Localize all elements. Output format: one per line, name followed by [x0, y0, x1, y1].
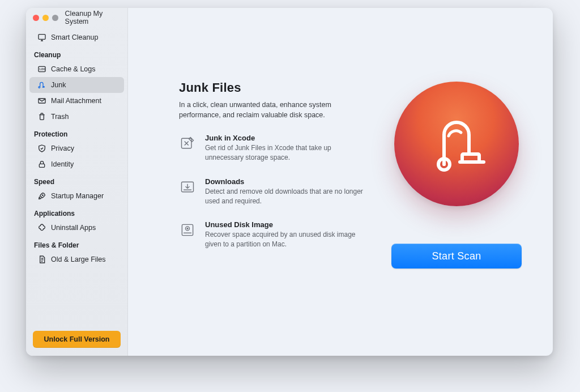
feature-desc: Detect and remove old downloads that are…	[205, 187, 369, 206]
app-icon	[37, 223, 46, 232]
svg-point-5	[42, 195, 43, 195]
sidebar-item-startup-manager[interactable]: Startup Manager	[29, 188, 124, 204]
download-icon	[179, 178, 196, 195]
sidebar-item-label: Privacy	[51, 144, 74, 152]
titlebar: Cleanup My System	[26, 8, 127, 27]
sidebar-item-identity[interactable]: Identity	[29, 156, 124, 172]
feature-downloads: Downloads Detect and remove old download…	[179, 177, 394, 206]
sidebar-item-cache-logs[interactable]: LOG Cache & Logs	[29, 61, 124, 77]
sidebar-section-speed: Speed	[26, 172, 127, 188]
mail-icon	[37, 96, 46, 105]
sidebar-item-label: Smart Cleanup	[51, 33, 98, 41]
log-icon: LOG	[37, 65, 46, 74]
window-title: Cleanup My System	[65, 10, 127, 25]
svg-point-13	[442, 163, 446, 166]
sidebar-item-junk[interactable]: Junk	[29, 77, 124, 93]
feature-title: Unused Disk Image	[205, 220, 369, 229]
feature-unused-disk-image: Unused Disk Image Recover space acquired…	[179, 220, 394, 249]
trash-icon	[37, 112, 46, 121]
sidebar-item-mail-attachment[interactable]: Mail Attachment	[29, 93, 124, 109]
close-window-button[interactable]	[33, 15, 39, 21]
hero-badge	[394, 82, 519, 206]
svg-text:LOG: LOG	[40, 68, 45, 71]
rocket-icon	[37, 191, 46, 201]
content-block: Junk Files In a click, clean unwanted da…	[179, 80, 394, 264]
xcode-icon	[179, 135, 196, 152]
unlock-full-version-button[interactable]: Unlock Full Version	[33, 331, 121, 348]
sidebar-nav: Smart Cleanup Cleanup LOG Cache & Logs J…	[26, 27, 127, 331]
feature-desc: Get rid of Junk Files in Xcode that take…	[205, 143, 369, 163]
sidebar-item-label: Cache & Logs	[51, 65, 96, 73]
sidebar-item-label: Uninstall Apps	[51, 224, 96, 232]
sidebar-section-cleanup: Cleanup	[26, 45, 127, 61]
sidebar-item-label: Junk	[51, 81, 66, 89]
sidebar-item-privacy[interactable]: Privacy	[29, 140, 124, 156]
svg-point-10	[187, 228, 188, 229]
lock-icon	[37, 160, 46, 169]
main-panel: Junk Files In a click, clean unwanted da…	[128, 8, 553, 356]
feature-title: Downloads	[205, 177, 369, 186]
sidebar-section-applications: Applications	[26, 204, 127, 220]
app-window: Cleanup My System Smart Cleanup Cleanup …	[26, 8, 553, 356]
shield-icon	[37, 144, 46, 153]
svg-rect-4	[39, 164, 44, 167]
sidebar-item-label: Identity	[51, 160, 74, 168]
sidebar-item-label: Old & Large Files	[51, 255, 106, 263]
feature-desc: Recover space acquired by an unused disk…	[205, 230, 369, 249]
sidebar-item-label: Startup Manager	[51, 192, 104, 200]
disk-icon	[179, 221, 196, 238]
sidebar-item-old-large-files[interactable]: Old & Large Files	[29, 252, 124, 267]
page-subtitle: In a click, clean unwanted data, enhance…	[179, 100, 366, 120]
vacuum-badge-icon	[394, 82, 519, 206]
sidebar-item-uninstall-apps[interactable]: Uninstall Apps	[29, 220, 124, 236]
feature-list: Junk in Xcode Get rid of Junk Files in X…	[179, 134, 394, 249]
page-title: Junk Files	[179, 80, 394, 95]
maximize-window-button[interactable]	[52, 15, 58, 21]
sidebar: Cleanup My System Smart Cleanup Cleanup …	[26, 8, 128, 356]
svg-point-9	[186, 227, 190, 231]
start-scan-button[interactable]: Start Scan	[391, 244, 522, 269]
sidebar-item-smart-cleanup[interactable]: Smart Cleanup	[29, 29, 124, 45]
sidebar-item-trash[interactable]: Trash	[29, 109, 124, 125]
minimize-window-button[interactable]	[42, 15, 49, 21]
sidebar-item-label: Mail Attachment	[51, 97, 101, 105]
feature-junk-in-xcode: Junk in Xcode Get rid of Junk Files in X…	[179, 134, 394, 163]
svg-rect-0	[39, 35, 45, 40]
monitor-icon	[37, 33, 46, 42]
sidebar-item-label: Trash	[51, 113, 69, 121]
feature-title: Junk in Xcode	[205, 134, 369, 142]
sidebar-section-protection: Protection	[26, 125, 127, 140]
vacuum-icon	[37, 80, 46, 90]
sidebar-section-files-folder: Files & Folder	[26, 236, 127, 252]
file-icon	[37, 255, 46, 264]
